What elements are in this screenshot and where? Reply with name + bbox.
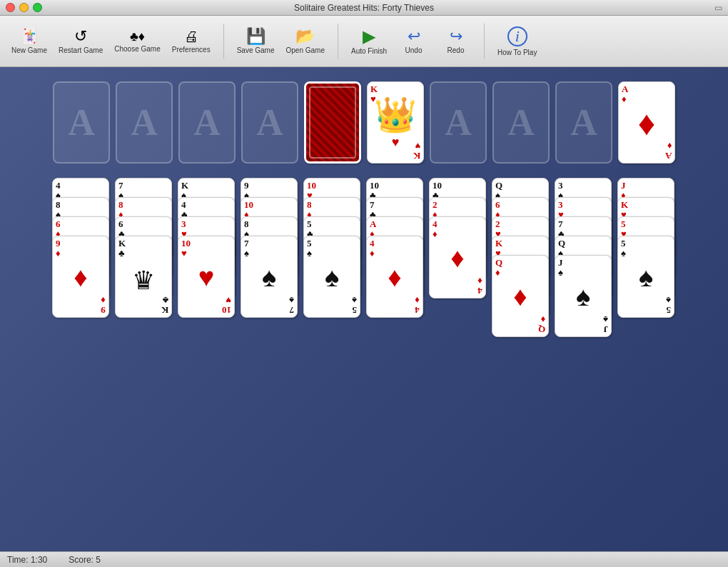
tableau-col-2[interactable]: 7♠ ♠ 7♠ 8♦ ♦ 8♦ 6♣ ♣ 6♣ K♣ ♛ K♣ [115,178,173,318]
info-icon: i [507,26,527,46]
open-icon: 📂 [295,29,315,44]
foundation-row: A A A A K♥ 👑 ♥ K♥ A [7,74,721,171]
save-game-button[interactable]: 💾 Save Game [233,26,279,57]
card-10h-1[interactable]: 10♥ ♥ 10♥ [178,236,235,318]
foundation-slot-4[interactable]: A [241,81,298,164]
close-button[interactable] [6,3,15,12]
preferences-button[interactable]: 🖨 Preferences [168,26,215,56]
auto-finish-icon: ▶ [363,28,375,45]
toolbar-separator-3 [484,24,485,59]
how-to-play-button[interactable]: i How To Play [493,24,541,59]
tableau-row: 4♠ ♠ 4♠ 8♠ ♠ 8♠ 6♦ ♦ 6♦ 9♦ ♦ 9♦ [7,178,721,544]
restart-game-button[interactable]: ↺ Restart Game [54,26,107,57]
restart-label: Restart Game [59,46,103,54]
card-kc[interactable]: K♣ ♛ K♣ [115,236,172,318]
redo-button[interactable]: ↪ Redo [436,26,475,57]
foundation-slot-3[interactable]: A [178,81,236,164]
card-9d[interactable]: 9♦ ♦ 9♦ [52,236,109,318]
redo-icon: ↪ [450,29,462,44]
open-game-button[interactable]: 📂 Open Game [281,26,328,57]
foundation-slot-2[interactable]: A [116,81,173,164]
foundation-ace-diamonds[interactable]: A♦ ♦ A♦ [618,81,675,164]
toolbar-separator-2 [338,24,338,59]
undo-label: Undo [405,46,423,54]
redo-label: Redo [448,46,465,54]
stock-pile[interactable] [304,81,361,164]
time-display: Time: 1:30 [7,555,47,565]
window-title: Solitaire Greatest Hits: Forty Thieves [294,3,434,13]
how-to-play-label: How To Play [497,49,537,56]
card-5s[interactable]: 5♠ ♠ 5♠ [303,236,360,318]
card-5s-2[interactable]: 5♠ ♠ 5♠ [617,236,674,318]
open-label: Open Game [285,46,324,54]
tableau-col-10[interactable]: J♦ ♦ J♦ K♥ ♛ K♥ 5♥ ♥ 5♥ 5♠ ♠ 5♠ [617,178,676,318]
preferences-icon: 🖨 [184,29,198,44]
card-4d[interactable]: 4♦ ♦ 4♦ [366,236,423,318]
save-label: Save Game [237,46,275,54]
restart-icon: ↺ [74,29,87,44]
card-7s-2[interactable]: 7♠ ♠ 7♠ [241,236,298,318]
card-js[interactable]: J♠ ♠ J♠ [555,255,612,337]
tableau-col-3[interactable]: K♠ ♚ K♠ 4♣ ♣ 4♣ 3♥ ♥ 3♥ 10♥ ♥ 10♥ [178,178,236,318]
choose-game-button[interactable]: ♣♦ Choose Game [110,27,164,56]
game-area: A A A A K♥ 👑 ♥ K♥ A [0,67,728,551]
card-qd[interactable]: Q♦ ♦ Q♦ [492,255,549,337]
title-bar: Solitaire Greatest Hits: Forty Thieves ▭ [0,0,728,16]
tableau-col-1[interactable]: 4♠ ♠ 4♠ 8♠ ♠ 8♠ 6♦ ♦ 6♦ 9♦ ♦ 9♦ [52,178,111,318]
undo-button[interactable]: ↩ Undo [394,26,433,57]
minimize-button[interactable] [19,3,29,12]
auto-finish-button[interactable]: ▶ Auto Finish [347,25,391,58]
window-icon: ▭ [714,3,722,13]
toolbar: 🃏 New Game ↺ Restart Game ♣♦ Choose Game… [0,16,728,67]
status-bar: Time: 1:30 Score: 5 [0,551,728,567]
tableau-col-9[interactable]: 3♠ ♠ 3♠ 3♥ ♥ 3♥ 7♣ ♣ 7♣ Q♠ ♠ Q♠ J♠ ♠ [555,178,613,337]
preferences-label: Preferences [172,46,211,54]
tableau-col-8[interactable]: Q♠ ♠ Q♠ 6♦ ♦ 6♦ 2♥ ♥ 2♥ K♥ ♛ K♥ [492,178,550,337]
tableau-col-4[interactable]: 9♠ ♠ 9♠ 10♦ ♦ 10♦ 8♠ ♠ 8♠ 7♠ ♠ 7♠ [241,178,299,318]
foundation-slot-7[interactable]: A [430,81,487,164]
tableau-col-5[interactable]: 10♥ ♥ 10♥ 8♦ ♦ 8♦ 5♣ ♣ 5♣ 5♠ ♠ 5♠ [303,178,362,318]
save-icon: 💾 [246,29,266,44]
foundation-slot-1[interactable]: A [53,81,110,164]
foundation-slot-8[interactable]: A [492,81,550,164]
toolbar-separator-1 [223,24,224,59]
new-game-label: New Game [11,46,47,54]
foundation-slot-9[interactable]: A [555,81,612,164]
tableau-col-6[interactable]: 10♣ ♣ 10♣ 7♣ ♣ 7♣ A♦ ♦ A♦ 4♦ ♦ 4♦ [366,178,425,318]
tableau-col-7[interactable]: 10♣ ♣ 10♣ 2♦ ♦ 2♦ 4♦ ♦ 4♦ [429,178,487,298]
choose-game-label: Choose Game [114,45,160,53]
new-game-icon: 🃏 [20,29,39,44]
maximize-button[interactable] [33,3,42,12]
foundation-king-hearts[interactable]: K♥ 👑 ♥ K♥ [367,81,424,164]
auto-finish-label: Auto Finish [351,47,387,55]
card-4d-2[interactable]: 4♦ ♦ 4♦ [429,216,486,298]
undo-icon: ↩ [408,29,420,44]
score-display: Score: 5 [69,555,101,565]
window-controls [6,3,42,12]
new-game-button[interactable]: 🃏 New Game [7,26,51,57]
choose-game-icon: ♣♦ [130,30,145,43]
